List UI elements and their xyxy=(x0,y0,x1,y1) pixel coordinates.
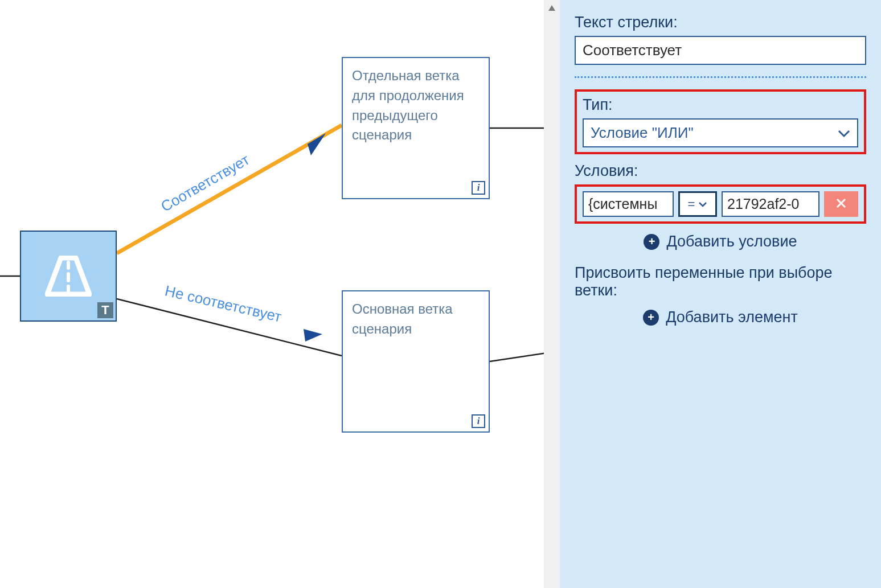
chevron-down-icon xyxy=(698,202,707,207)
type-select[interactable]: Условие "ИЛИ" xyxy=(583,118,858,147)
condition-right-input[interactable]: 21792af2-0 xyxy=(722,191,819,217)
type-select-value: Условие "ИЛИ" xyxy=(591,124,838,142)
delete-condition-button[interactable] xyxy=(824,191,858,217)
condition-operator-select[interactable]: = xyxy=(678,191,717,217)
info-icon[interactable]: i xyxy=(472,181,485,195)
svg-marker-2 xyxy=(308,133,326,155)
edge-label-top[interactable]: Соответствует xyxy=(158,151,252,216)
vertical-scrollbar[interactable] xyxy=(544,0,560,588)
svg-line-1 xyxy=(117,125,342,253)
add-condition-label: Добавить условие xyxy=(666,233,797,250)
close-icon xyxy=(836,197,846,212)
scroll-up-icon[interactable] xyxy=(544,0,560,16)
branch-node-top[interactable]: Отдельная ветка для продолжения предыдущ… xyxy=(342,57,490,199)
condition-left-input[interactable]: {системны xyxy=(583,191,674,217)
properties-panel: Текст стрелки: Тип: Условие "ИЛИ" Услови… xyxy=(560,0,881,588)
branch-bottom-text: Основная ветка сценария xyxy=(352,301,453,336)
diagram-canvas[interactable]: T Соответствует Не соответствует Отдельн… xyxy=(0,0,544,588)
assign-vars-label: Присвоить переменные при выборе ветки: xyxy=(575,264,866,299)
svg-marker-11 xyxy=(548,5,555,11)
conditions-label: Условия: xyxy=(575,162,866,180)
edge-label-bottom[interactable]: Не соответствует xyxy=(163,282,284,326)
plus-circle-icon: + xyxy=(644,234,659,250)
svg-line-6 xyxy=(490,353,544,361)
chevron-down-icon xyxy=(838,124,850,142)
branch-node-bottom[interactable]: Основная ветка сценария i xyxy=(342,290,490,433)
add-condition-button[interactable]: + Добавить условие xyxy=(575,233,866,250)
section-divider xyxy=(575,76,866,78)
add-element-label: Добавить элемент xyxy=(666,309,798,326)
branch-top-text: Отдельная ветка для продолжения предыдущ… xyxy=(352,68,464,142)
svg-marker-4 xyxy=(304,329,322,342)
type-label: Тип: xyxy=(583,96,858,114)
condition-row-highlight: {системны = 21792af2-0 xyxy=(575,184,866,224)
type-section-highlight: Тип: Условие "ИЛИ" xyxy=(575,89,866,154)
arrow-text-input[interactable] xyxy=(575,36,866,65)
condition-operator-value: = xyxy=(688,197,695,212)
condition-row: {системны = 21792af2-0 xyxy=(583,191,858,217)
info-icon[interactable]: i xyxy=(472,414,485,428)
add-element-button[interactable]: + Добавить элемент xyxy=(575,309,866,326)
plus-circle-icon: + xyxy=(643,310,659,326)
node-type-badge: T xyxy=(97,302,113,318)
road-icon xyxy=(45,256,92,297)
arrow-text-label: Текст стрелки: xyxy=(575,14,866,31)
start-node[interactable]: T xyxy=(20,231,117,322)
